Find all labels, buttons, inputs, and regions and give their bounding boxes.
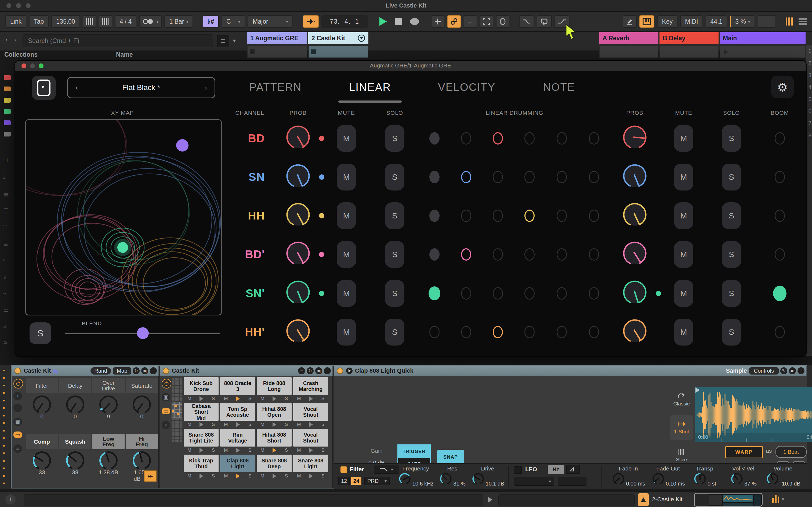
macro-title-4[interactable]: Saturate — [126, 378, 158, 393]
sample-param-knob[interactable] — [651, 472, 665, 488]
macro-view-icon[interactable]: ▭ — [162, 408, 170, 414]
drumming-step-BD'-2[interactable] — [461, 248, 471, 261]
pad-play-button[interactable] — [196, 447, 207, 454]
pad-mute-button[interactable]: M — [184, 421, 195, 428]
pad-mute-button[interactable]: M — [220, 447, 232, 454]
nudge-up-button[interactable] — [99, 15, 112, 28]
blend-slider-thumb[interactable] — [137, 327, 149, 339]
collection-color-swatch[interactable] — [4, 109, 11, 114]
drumming-step-SN-5[interactable] — [557, 171, 567, 183]
macro-view-icon[interactable]: ▭ — [13, 432, 22, 438]
pad-mute-button[interactable]: M — [220, 421, 232, 428]
remove-macro-icon[interactable]: − — [13, 404, 22, 412]
pad-solo-button[interactable]: S — [280, 473, 292, 479]
clip-slot[interactable] — [247, 45, 307, 58]
lfo-rate-box[interactable] — [559, 476, 586, 486]
solo-button-SN[interactable]: S — [385, 164, 404, 190]
device-on-led[interactable] — [163, 368, 169, 374]
pad-list-icon[interactable]: ≡ — [162, 421, 170, 429]
return-slot[interactable] — [660, 45, 719, 58]
solo-button-SN'[interactable]: S — [385, 280, 404, 307]
macro-title-6[interactable]: Squash — [59, 434, 91, 449]
sample-waveform[interactable]: 0:000:00:0500:00:1000:00:150 — [695, 387, 812, 442]
pad-play-button[interactable] — [196, 395, 207, 402]
macro-title-3[interactable]: OverDrive — [92, 378, 125, 393]
macro-variation-icon[interactable]: ≈ — [298, 367, 305, 374]
pad-play-button[interactable] — [232, 473, 244, 479]
collection-color-swatch[interactable] — [4, 132, 11, 136]
mute2-button-HH[interactable]: M — [674, 202, 693, 229]
prob-knob-BD[interactable] — [285, 124, 311, 152]
pad-play-button[interactable] — [196, 473, 207, 479]
solo-button-BD[interactable]: S — [385, 125, 404, 152]
drumming-step-SN'-1[interactable] — [429, 286, 440, 300]
drumming-step-SN'-3[interactable] — [493, 287, 503, 299]
track-header-augmatic[interactable]: 1 Augmatic GRE — [247, 32, 307, 44]
plugin-logo-button[interactable] — [32, 76, 56, 100]
pad-mute-button[interactable]: M — [257, 421, 268, 428]
record-button[interactable] — [410, 18, 419, 25]
back-to-arrangement-button[interactable]: ← — [464, 15, 477, 28]
browser-back-icon[interactable]: ‹ — [5, 36, 7, 44]
nudge-down-button[interactable] — [83, 15, 96, 28]
macro-title-7[interactable]: LowFreq — [92, 434, 125, 449]
sample-param-value[interactable]: -10.9 dB — [780, 481, 801, 487]
preset-selector[interactable]: ‹ Flat Black * › — [67, 77, 215, 98]
root-note-menu[interactable]: C▾ — [222, 15, 245, 28]
drumming-step-HH-6[interactable] — [589, 210, 599, 222]
sample-param-value[interactable]: 37 % — [744, 481, 757, 487]
sample-param-value[interactable]: 0.10 ms — [666, 481, 685, 487]
prob2-knob-BD[interactable] — [622, 124, 648, 152]
mute2-button-SN[interactable]: M — [674, 164, 693, 190]
pad-solo-button[interactable]: S — [280, 395, 292, 402]
drumming-step-BD-6[interactable] — [589, 132, 599, 145]
drumming-step-SN'-2[interactable] — [461, 287, 471, 299]
mixer-bars-icon[interactable] — [772, 495, 779, 503]
prob-knob-HH'[interactable] — [285, 318, 311, 346]
filter-icon[interactable]: ☰ — [217, 35, 229, 47]
save-preset-icon[interactable]: ▣ — [789, 367, 796, 374]
pad-808-oracle-3[interactable]: 808 Oracle3 — [220, 377, 255, 395]
filter-param-value[interactable]: 10.6 kHz — [413, 481, 434, 487]
pad-snare-808-deep[interactable]: Snare 808Deep — [257, 455, 292, 472]
power-icon[interactable]: ⏻ — [13, 379, 23, 389]
filter-type-menu[interactable]: ▾ — [374, 465, 398, 474]
filter-caret-icon[interactable]: ▼ — [232, 38, 237, 44]
pad-play-button[interactable] — [305, 395, 317, 402]
macro-title-1[interactable]: Filter — [26, 378, 58, 393]
collection-color-swatch[interactable] — [4, 75, 11, 80]
drumming-step-HH-4[interactable] — [524, 210, 535, 222]
prob2-knob-SN[interactable] — [622, 163, 648, 191]
prob2-knob-BD'[interactable] — [622, 240, 648, 268]
drumming-step-HH-5[interactable] — [557, 210, 567, 222]
pad-solo-button[interactable]: S — [280, 421, 292, 428]
pad-play-button[interactable] — [305, 447, 317, 454]
pad-solo-button[interactable]: S — [207, 395, 219, 402]
pad-play-button[interactable] — [269, 473, 280, 479]
main-track-header[interactable]: Main — [720, 32, 806, 44]
session-view-icon[interactable] — [786, 17, 793, 26]
draw-mode-button[interactable] — [623, 15, 637, 28]
pad-solo-button[interactable]: S — [207, 421, 219, 428]
tab-note[interactable]: NOTE — [543, 81, 575, 93]
pad-vocal-shout[interactable]: VocalShout — [293, 403, 328, 421]
boom-BD'[interactable] — [775, 248, 785, 261]
lfo-shape-menu[interactable]: ▾ — [514, 476, 554, 486]
scale-menu[interactable]: Major▾ — [248, 15, 293, 28]
drumming-step-BD-4[interactable] — [524, 132, 535, 145]
mode-1-shot[interactable]: 1-Shot — [670, 415, 693, 440]
pad-play-button[interactable] — [305, 473, 317, 479]
xy-solo-button[interactable]: S — [29, 323, 51, 344]
pad-solo-button[interactable]: S — [207, 447, 219, 454]
macro-title-8[interactable]: HiFreq — [126, 434, 158, 449]
rack-device-header[interactable]: Castle Kit Rand Map ↻ ▣ ⋯ — [12, 366, 159, 376]
rand-button[interactable]: Rand — [90, 367, 111, 375]
drumming-step-SN'-6[interactable] — [589, 287, 599, 299]
pad-rim-voltage[interactable]: RimVoltage — [220, 429, 255, 447]
search-input[interactable]: Search (Cmd + F) — [22, 35, 213, 47]
solo-button-BD'[interactable]: S — [385, 241, 404, 268]
new-midi-button[interactable] — [431, 15, 444, 28]
name-column-label[interactable]: Name — [116, 51, 133, 58]
key-signature-button[interactable]: ♭# — [203, 15, 219, 28]
drumming-step-SN'-5[interactable] — [557, 287, 567, 299]
